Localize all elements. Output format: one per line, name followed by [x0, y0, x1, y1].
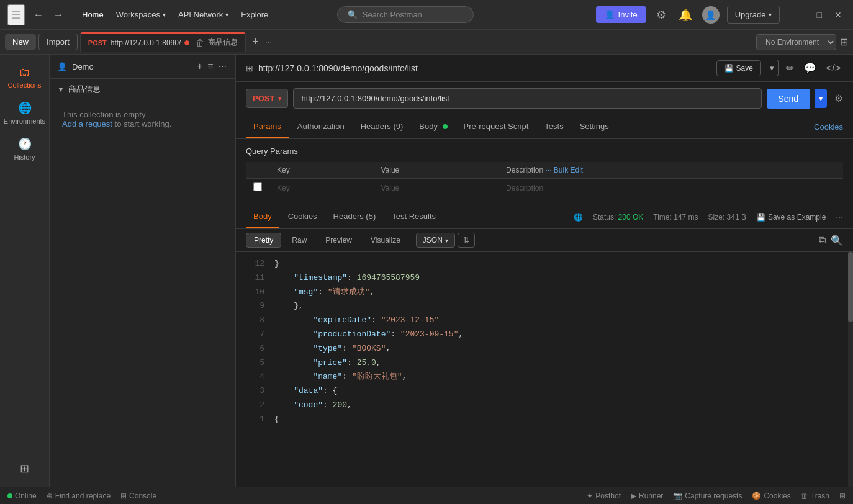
- history-icon: 🕐: [18, 137, 32, 151]
- notifications-button[interactable]: 🔔: [676, 6, 695, 24]
- runner-item[interactable]: ▶ Runner: [631, 492, 663, 500]
- view-tab-preview[interactable]: Preview: [317, 233, 360, 248]
- scrollbar-thumb[interactable]: [848, 252, 853, 322]
- more-collections-button[interactable]: ···: [217, 60, 228, 73]
- add-collection-button[interactable]: +: [196, 60, 204, 73]
- settings-button[interactable]: ⚙: [654, 6, 669, 24]
- avatar[interactable]: 👤: [702, 6, 720, 24]
- code-line: 10 "msg": "请求成功",: [236, 286, 853, 300]
- value-cell[interactable]: Value: [373, 179, 499, 197]
- comment-icon-button[interactable]: 💬: [801, 60, 819, 76]
- add-tab-button[interactable]: +: [248, 35, 263, 48]
- user-name: Demo: [72, 62, 94, 71]
- resp-tab-headers[interactable]: Headers (5): [326, 205, 384, 228]
- sort-icon-button[interactable]: ⇅: [458, 233, 475, 248]
- format-select[interactable]: JSON ▾: [416, 233, 455, 248]
- line-number: 1: [246, 413, 264, 426]
- code-segment-brace: ,: [369, 287, 374, 297]
- find-replace-item[interactable]: ⊕ Find and replace: [47, 492, 111, 500]
- maximize-button[interactable]: □: [813, 9, 826, 21]
- import-button[interactable]: Import: [38, 34, 78, 50]
- view-tabs: Pretty Raw Preview Visualize JSON ▾ ⇅ ⧉ …: [236, 229, 853, 252]
- main-area: 🗂 Collections 🌐 Environments 🕐 History ⊞…: [0, 55, 853, 487]
- resp-tab-test-results[interactable]: Test Results: [384, 205, 443, 228]
- sort-collections-button[interactable]: ≡: [206, 60, 214, 73]
- postbot-item[interactable]: ✦ Postbot: [587, 492, 621, 500]
- search-button[interactable]: 🔍: [831, 235, 843, 246]
- search-bar[interactable]: 🔍 Search Postman: [337, 6, 474, 23]
- line-number: 9: [246, 300, 264, 313]
- sidebar-item-collections[interactable]: 🗂 Collections: [0, 60, 49, 95]
- back-button[interactable]: ←: [30, 8, 47, 22]
- cookies-button[interactable]: Cookies: [814, 122, 843, 132]
- sidebar-item-other[interactable]: ⊞: [20, 456, 29, 482]
- tab-authorization[interactable]: Authorization: [290, 115, 352, 138]
- forward-button[interactable]: →: [50, 8, 67, 22]
- capture-icon: 📷: [673, 492, 682, 500]
- layout-button[interactable]: ⊞: [840, 36, 848, 48]
- panel-user: 👤 Demo: [57, 62, 94, 71]
- cookies-status-item[interactable]: 🍪 Cookies: [752, 492, 790, 500]
- resp-tab-body[interactable]: Body: [246, 205, 279, 228]
- layout-item[interactable]: ⊞: [839, 492, 846, 500]
- sidebar-item-environments[interactable]: 🌐 Environments: [0, 95, 49, 131]
- response-more-button[interactable]: ···: [836, 212, 843, 222]
- tab-more-button[interactable]: ···: [265, 37, 273, 47]
- trash-item[interactable]: 🗑 Trash: [801, 492, 829, 500]
- home-link[interactable]: Home: [77, 7, 109, 22]
- url-input[interactable]: [293, 88, 762, 109]
- save-example-button[interactable]: 💾 Save as Example: [756, 213, 826, 222]
- desc-cell[interactable]: Description: [499, 179, 843, 197]
- add-request-link[interactable]: Add a request: [62, 119, 112, 128]
- minimize-button[interactable]: —: [792, 9, 808, 21]
- send-button[interactable]: Send: [767, 89, 810, 109]
- tab-headers[interactable]: Headers (9): [353, 115, 411, 138]
- method-select[interactable]: POST ▾: [246, 89, 288, 108]
- invite-button[interactable]: 👤 Invite: [596, 6, 646, 23]
- row-checkbox-input[interactable]: [253, 182, 262, 191]
- view-tab-pretty[interactable]: Pretty: [246, 233, 281, 248]
- explore-link[interactable]: Explore: [236, 7, 273, 22]
- api-network-link[interactable]: API Network ▾: [173, 7, 233, 22]
- upgrade-button[interactable]: Upgrade ▾: [727, 6, 780, 24]
- console-item[interactable]: ⊞ Console: [120, 492, 156, 500]
- copy-button[interactable]: ⧉: [819, 235, 826, 246]
- close-button[interactable]: ✕: [831, 9, 846, 21]
- tab-body[interactable]: Body: [412, 115, 454, 138]
- sidebar-bottom: ⊞: [20, 456, 29, 482]
- save-button[interactable]: 💾 Save: [716, 60, 761, 76]
- bulk-edit-button[interactable]: ··· Bulk Edit: [545, 166, 583, 174]
- panel-header: 👤 Demo + ≡ ···: [50, 55, 235, 79]
- sidebar-item-history[interactable]: 🕐 History: [0, 131, 49, 167]
- sidebar: 🗂 Collections 🌐 Environments 🕐 History ⊞: [0, 55, 50, 487]
- tabbar: New Import POST http://127.0.0.1:8090/ 🗑…: [0, 30, 853, 55]
- view-tab-visualize[interactable]: Visualize: [363, 233, 408, 248]
- tab-pre-request[interactable]: Pre-request Script: [456, 115, 536, 138]
- menu-button[interactable]: ☰: [7, 4, 25, 25]
- capture-item[interactable]: 📷 Capture requests: [673, 492, 742, 500]
- save-dropdown-button[interactable]: ▾: [766, 60, 779, 76]
- view-tab-raw[interactable]: Raw: [284, 233, 315, 248]
- tab-params[interactable]: Params: [246, 115, 289, 138]
- options-button[interactable]: ⚙: [834, 92, 843, 104]
- table-row: Key Value Description: [246, 179, 843, 197]
- tab-trash-icon: 🗑: [196, 38, 204, 48]
- edit-icon-button[interactable]: ✏: [783, 60, 797, 76]
- active-tab[interactable]: POST http://127.0.0.1:8090/ 🗑 商品信息: [80, 32, 246, 52]
- send-dropdown-button[interactable]: ▾: [815, 89, 827, 108]
- workspaces-link[interactable]: Workspaces ▾: [111, 7, 171, 22]
- online-status[interactable]: Online: [7, 492, 37, 500]
- resp-tab-cookies[interactable]: Cookies: [281, 205, 325, 228]
- code-icon-button[interactable]: </>: [824, 60, 843, 76]
- tab-settings[interactable]: Settings: [572, 115, 616, 138]
- collection-toggle-button[interactable]: ▼: [57, 85, 65, 94]
- new-button[interactable]: New: [5, 34, 36, 50]
- key-cell[interactable]: Key: [269, 179, 373, 197]
- environment-select[interactable]: No Environment: [756, 34, 836, 50]
- search-icon: 🔍: [348, 10, 358, 19]
- code-segment-brace: }: [274, 259, 279, 268]
- line-content: },: [274, 300, 304, 313]
- line-number: 4: [246, 371, 264, 384]
- code-segment-brace: :: [342, 344, 352, 353]
- tab-tests[interactable]: Tests: [537, 115, 571, 138]
